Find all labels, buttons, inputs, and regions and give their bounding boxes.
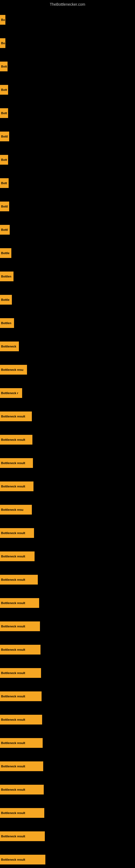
bar-row: Bottleneck result [0,591,135,615]
bottleneck-bar: Bottleneck result [0,528,34,538]
bar-row: Bottleneck r [0,381,135,405]
bar-row: Bottlen [0,311,135,335]
bar-row: Bott [0,55,135,78]
bar-row: Bo [0,8,135,31]
bottleneck-bar: Bott [0,62,8,71]
bar-row: Bo [0,31,135,55]
bottleneck-bar: Bottleneck result [0,621,40,631]
bottleneck-bar: Bottle [0,248,11,258]
bar-row: Bottleneck result [0,615,135,638]
bottleneck-bar: Bottleneck result [0,645,41,654]
bottleneck-bar: Bottleneck result [0,668,41,678]
bar-row: Bottleneck result [0,825,135,848]
bottleneck-bar: Bo [0,15,5,25]
bottleneck-bar: Bottleneck result [0,738,43,748]
bottleneck-bar: Bottleneck r [0,388,22,398]
bottleneck-bar: Bottlen [0,318,14,328]
bottleneck-bar: Bottleneck result [0,855,45,865]
bar-row: Bottlen [0,265,135,288]
bottleneck-bar: Bottleneck result [0,808,44,818]
bar-row: Bottleneck result [0,638,135,661]
bottleneck-bar: Bott [0,155,8,165]
bottleneck-bar: Bottl [0,131,9,141]
bottleneck-bar: Bottle [0,295,12,305]
bar-row: Bott [0,78,135,101]
bottleneck-bar: Bottleneck result [0,598,39,608]
bottleneck-bar: Bottleneck result [0,715,42,724]
bottleneck-bar: Bottleneck result [0,575,38,585]
bar-row: Bottleneck result [0,731,135,755]
bar-row: Bottleneck result [0,848,135,868]
bottleneck-bar: Bottleneck result [0,762,43,771]
bar-row: Bottleneck resu [0,498,135,521]
bottleneck-bar: Bottleneck result [0,411,32,421]
bottleneck-bar: Bottleneck result [0,458,33,468]
bar-row: Bottleneck result [0,708,135,731]
bottleneck-bar: Bott [0,178,9,188]
bars-container: BoBoBottBottBottBottlBottBottBottlBottlB… [0,8,135,868]
bar-row: Bottl [0,125,135,148]
bottleneck-bar: Bottl [0,225,10,235]
site-title: TheBottlenecker.com [0,0,135,8]
bottleneck-bar: Bottlen [0,272,13,281]
bottleneck-bar: Bo [0,38,5,48]
bottleneck-bar: Bottleneck result [0,691,42,701]
bar-row: Bottleneck result [0,685,135,708]
bar-row: Bottl [0,195,135,218]
bar-row: Bottleneck resu [0,358,135,381]
bar-row: Bottleneck result [0,801,135,825]
bar-row: Bottleneck result [0,778,135,801]
bottleneck-bar: Bottleneck result [0,785,44,795]
bottleneck-bar: Bottleneck result [0,552,35,561]
bar-row: Bottleneck result [0,755,135,778]
bar-row: Bott [0,148,135,172]
bottleneck-bar: Bottleneck result [0,482,34,491]
bar-row: Bottleneck result [0,475,135,498]
bar-row: Bottle [0,288,135,311]
bottleneck-bar: Bott [0,85,8,95]
bar-row: Bottleneck result [0,452,135,475]
bottleneck-bar: Bottl [0,202,9,211]
bar-row: Bottleneck result [0,428,135,452]
bar-row: Bottleneck result [0,521,135,545]
bottleneck-bar: Bottleneck resu [0,505,32,515]
bar-row: Bottle [0,241,135,265]
bar-row: Bottleneck result [0,405,135,428]
bottleneck-bar: Bottleneck resu [0,365,27,375]
bar-row: Bott [0,101,135,125]
bottleneck-bar: Bott [0,108,8,118]
bar-row: Bottleneck result [0,661,135,685]
bottleneck-bar: Bottleneck [0,341,19,351]
bottleneck-bar: Bottleneck result [0,435,32,444]
bottleneck-bar: Bottleneck result [0,831,45,841]
bar-row: Bottleneck result [0,568,135,591]
bar-row: Bottleneck [0,335,135,358]
bar-row: Bott [0,172,135,195]
bar-row: Bottl [0,218,135,241]
bar-row: Bottleneck result [0,545,135,568]
